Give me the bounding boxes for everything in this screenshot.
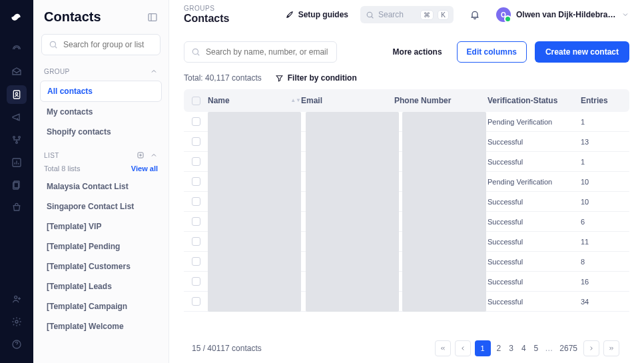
list-item[interactable]: [Template] Customers (40, 256, 162, 276)
filter-icon (275, 74, 284, 83)
row-checkbox[interactable] (192, 117, 200, 126)
ellipsis: … (545, 344, 553, 353)
svg-point-4 (16, 142, 18, 144)
last-page-number[interactable]: 2675 (559, 344, 577, 353)
sidebar-search-input[interactable] (63, 40, 153, 49)
contacts-search[interactable] (184, 41, 337, 63)
nav-help[interactable] (7, 335, 27, 354)
redacted-column (306, 112, 399, 312)
group-item-shopify-contacts[interactable]: Shopify contacts (40, 122, 162, 142)
nav-settings[interactable] (7, 312, 27, 331)
chevron-down-icon (621, 11, 629, 19)
app-logo (9, 9, 24, 24)
notifications-button[interactable] (466, 5, 484, 24)
list-item[interactable]: [Template] VIP (40, 216, 162, 236)
page-2-button[interactable]: 2 (497, 344, 501, 353)
collapse-sidebar-button[interactable] (147, 12, 158, 23)
svg-point-12 (50, 41, 55, 47)
row-checkbox[interactable] (192, 177, 200, 186)
last-page-button[interactable] (603, 340, 619, 356)
pagination: 15 / 40117 contacts 1 2 3 4 5 … 2675 (184, 334, 629, 356)
row-status: Successful (487, 218, 581, 226)
row-entries: 1 (581, 158, 621, 166)
chevron-up-icon[interactable] (150, 151, 158, 159)
page-4-button[interactable]: 4 (521, 344, 526, 353)
list-item[interactable]: Singapore Contact List (40, 196, 162, 216)
row-checkbox[interactable] (192, 217, 200, 226)
list-item[interactable]: [Template] Leads (40, 276, 162, 296)
rocket-icon (285, 10, 294, 19)
group-item-my-contacts[interactable]: My contacts (40, 102, 162, 122)
nav-automation[interactable] (7, 131, 27, 149)
row-status: Successful (487, 278, 581, 286)
row-checkbox[interactable] (192, 237, 200, 246)
filter-by-condition-button[interactable]: Filter by condition (275, 73, 357, 83)
nav-inbox[interactable] (7, 63, 27, 81)
column-email[interactable]: Email (301, 96, 394, 105)
nav-templates[interactable] (7, 176, 27, 194)
avatar: O (496, 7, 511, 22)
setup-guides-button[interactable]: Setup guides (285, 10, 348, 19)
row-status: Successful (487, 298, 581, 306)
contacts-search-input[interactable] (206, 47, 330, 57)
create-contact-button[interactable]: Create new contact (535, 41, 629, 63)
next-page-button[interactable] (583, 340, 599, 356)
group-item-all-contacts[interactable]: All contacts (40, 81, 162, 102)
svg-point-3 (19, 137, 21, 139)
nav-contacts[interactable] (7, 85, 27, 104)
chevron-up-icon[interactable] (150, 67, 158, 75)
row-checkbox[interactable] (192, 297, 200, 306)
svg-point-9 (15, 320, 18, 323)
row-entries: 8 (581, 258, 621, 266)
svg-point-1 (15, 93, 17, 95)
row-checkbox[interactable] (192, 137, 200, 146)
row-checkbox[interactable] (192, 157, 200, 166)
page-title: Contacts (184, 13, 229, 25)
list-item[interactable]: [Template] Welcome (40, 316, 162, 336)
svg-point-8 (15, 296, 17, 298)
search-icon (49, 40, 58, 49)
sidebar: Contacts GROUP All contacts My contacts … (33, 0, 169, 363)
user-menu[interactable]: O Olwen van Dijk-Hildebrand (496, 7, 629, 22)
column-status[interactable]: Verification-Status (487, 96, 581, 105)
nav-commerce[interactable] (7, 198, 27, 217)
view-all-link[interactable]: View all (131, 165, 158, 173)
row-entries: 16 (581, 278, 621, 286)
nav-campaigns[interactable] (7, 108, 27, 127)
edit-columns-button[interactable]: Edit columns (457, 41, 527, 63)
row-checkbox[interactable] (192, 277, 200, 286)
column-name[interactable]: Name▲▼ (208, 96, 301, 105)
sort-icon: ▲▼ (290, 99, 301, 103)
group-section-label: GROUP (44, 68, 70, 75)
list-item[interactable]: Malaysia Contact List (40, 177, 162, 196)
sidebar-search[interactable] (41, 34, 161, 55)
svg-point-15 (192, 49, 198, 54)
row-status: Successful (487, 258, 581, 266)
list-item[interactable]: [Template] Campaign (40, 296, 162, 316)
page-3-button[interactable]: 3 (509, 344, 513, 353)
row-entries: 1 (581, 118, 621, 126)
row-entries: 6 (581, 218, 621, 226)
nav-invite[interactable] (7, 290, 27, 308)
column-phone[interactable]: Phone Number (394, 96, 487, 105)
row-status: Successful (487, 158, 581, 166)
column-entries[interactable]: Entries (581, 96, 621, 105)
user-name: Olwen van Dijk-Hildebrand (516, 10, 616, 19)
nav-broadcast[interactable] (7, 40, 27, 59)
page-5-button[interactable]: 5 (534, 344, 539, 353)
nav-analytics[interactable] (7, 153, 27, 172)
first-page-button[interactable] (435, 340, 451, 356)
row-status: Successful (487, 138, 581, 146)
row-checkbox[interactable] (192, 257, 200, 266)
row-checkbox[interactable] (192, 197, 200, 206)
total-contacts-text: Total: 40,117 contacts (184, 73, 262, 83)
global-search[interactable]: Search ⌘ K (360, 6, 454, 23)
list-total-text: Total 8 lists (44, 165, 80, 173)
prev-page-button[interactable] (455, 340, 471, 356)
more-actions-button[interactable]: More actions (386, 42, 449, 62)
row-status: Successful (487, 238, 581, 246)
page-1-button[interactable]: 1 (475, 340, 491, 356)
add-list-button[interactable] (137, 151, 145, 159)
select-all-checkbox[interactable] (192, 97, 200, 105)
list-item[interactable]: [Template] Pending (40, 236, 162, 256)
